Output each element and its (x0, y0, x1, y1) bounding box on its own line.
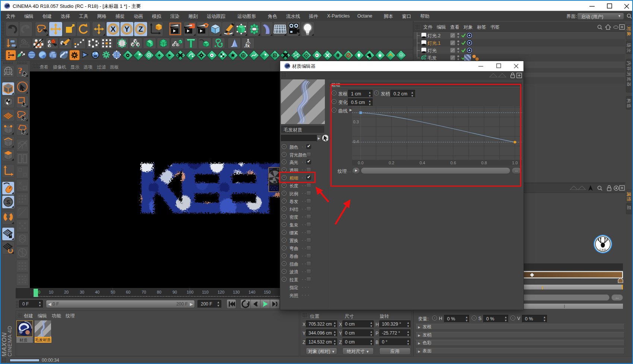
svg-text:.fx: .fx (244, 43, 250, 48)
svg-text:S: S (6, 199, 10, 205)
svg-text:Y: Y (124, 25, 130, 33)
svg-text:行走的: 行走的 (599, 248, 606, 251)
svg-text:?: ? (18, 66, 22, 75)
svg-text:X: X (111, 25, 116, 33)
svg-text:Z: Z (138, 25, 143, 33)
svg-text:KEEP: KEEP (137, 149, 280, 225)
